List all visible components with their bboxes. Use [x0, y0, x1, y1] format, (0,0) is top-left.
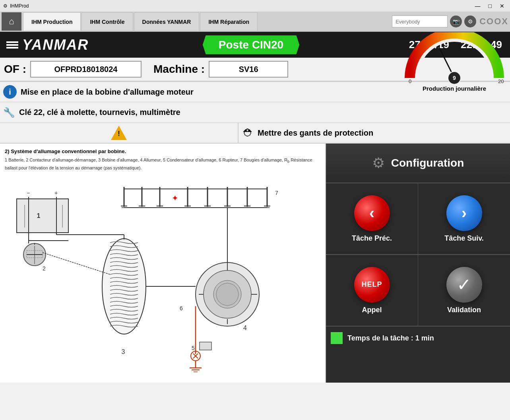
- svg-text:−: −: [27, 190, 30, 196]
- tab-ihm-reparation[interactable]: IHM Réparation: [200, 12, 258, 31]
- chevron-left-icon: ‹: [369, 204, 374, 222]
- svg-text:7: 7: [275, 190, 278, 196]
- camera-icon[interactable]: 📷: [450, 16, 462, 27]
- main-content: 2) Système d'allumage conventionnel par …: [0, 144, 510, 383]
- of-value: OFPRD18018024: [30, 61, 142, 78]
- task-time-row: Temps de la tâche : 1 min: [326, 327, 510, 350]
- search-input[interactable]: [392, 16, 448, 27]
- svg-text:0: 0: [409, 78, 411, 84]
- validation-label: Validation: [447, 306, 481, 314]
- action-row: HELP Appel ✓ Validation: [326, 255, 510, 327]
- help-circle: HELP: [354, 267, 390, 303]
- svg-text:+: +: [54, 190, 58, 196]
- gauge-section: 9 0 20 Production journalière: [403, 58, 506, 80]
- help-label: Appel: [362, 306, 382, 314]
- svg-line-79: [43, 253, 110, 274]
- time-indicator: [331, 332, 343, 344]
- prev-circle: ‹: [354, 195, 390, 231]
- svg-text:2: 2: [43, 265, 46, 272]
- help-button[interactable]: HELP Appel: [326, 255, 418, 326]
- tab-ihm-production[interactable]: IHM Production: [23, 12, 81, 31]
- configuration-button[interactable]: ⚙ Configuration: [326, 144, 510, 183]
- close-button[interactable]: ✕: [497, 2, 507, 10]
- coox-logo: COOX: [479, 16, 508, 27]
- machine-value: SV16: [209, 61, 288, 78]
- next-task-button[interactable]: › Tâche Suiv.: [418, 183, 510, 254]
- tool-row: 🔧 Clé 22, clé à molette, tournevis, mult…: [0, 102, 510, 123]
- settings-icon[interactable]: ⚙: [464, 16, 476, 27]
- next-circle: ›: [446, 195, 482, 231]
- app-icon: ⚙: [3, 3, 8, 9]
- maximize-button[interactable]: □: [486, 2, 494, 10]
- info-icon: i: [3, 85, 17, 99]
- config-label: Configuration: [391, 157, 464, 169]
- home-button[interactable]: ⌂: [2, 12, 21, 31]
- diagram-desc: 1 Batterie, 2 Contacteur d'allumage-déma…: [5, 157, 320, 171]
- svg-text:3: 3: [122, 348, 125, 355]
- svg-text:6: 6: [180, 305, 183, 311]
- of-label: OF :: [4, 63, 26, 76]
- time-label: Temps de la tâche : 1 min: [347, 334, 434, 342]
- tab-donnees-yanmar[interactable]: Données YANMAR: [134, 12, 200, 31]
- svg-text:5: 5: [192, 345, 195, 351]
- svg-text:20: 20: [498, 78, 504, 84]
- diagram-title: 2) Système d'allumage conventionnel par …: [5, 148, 320, 154]
- prod-journaliere-label: Production journalière: [423, 85, 486, 92]
- poste-badge: Poste CIN20: [203, 35, 299, 54]
- prev-label: Tâche Préc.: [352, 234, 392, 243]
- menubar: ⌂ IHM Production IHM Contrôle Données YA…: [0, 12, 510, 32]
- right-panel: ⚙ Configuration ‹ Tâche Préc. › Tâche Su…: [326, 144, 510, 383]
- svg-rect-61: [200, 342, 211, 350]
- gear-icon: ⚙: [372, 155, 385, 171]
- app-title: IHMProd: [10, 3, 29, 9]
- of-machine-row: OF : OFPRD18018024 Machine : SV16: [0, 58, 510, 82]
- svg-text:✦: ✦: [172, 194, 178, 202]
- nav-row: ‹ Tâche Préc. › Tâche Suiv.: [326, 183, 510, 255]
- prev-task-button[interactable]: ‹ Tâche Préc.: [326, 183, 418, 254]
- tab-ihm-controle[interactable]: IHM Contrôle: [81, 12, 133, 31]
- home-icon: ⌂: [9, 16, 14, 27]
- yanmar-logo: YANMAR: [0, 37, 127, 53]
- checkmark-icon: ✓: [457, 274, 471, 295]
- svg-text:9: 9: [453, 75, 456, 81]
- check-circle: ✓: [446, 267, 482, 303]
- next-label: Tâche Suiv.: [444, 234, 484, 243]
- warning-row: ! ⛑ Mettre des gants de protection: [0, 123, 510, 144]
- svg-text:4: 4: [243, 325, 247, 331]
- machine-label: Machine :: [153, 63, 205, 76]
- validation-button[interactable]: ✓ Validation: [418, 255, 510, 326]
- chevron-right-icon: ›: [462, 204, 467, 222]
- minimize-button[interactable]: —: [473, 2, 483, 10]
- diagram-area: 2) Système d'allumage conventionnel par …: [0, 144, 326, 383]
- svg-point-54: [216, 283, 239, 305]
- wrench-icon: 🔧: [3, 107, 15, 118]
- helmet-icon: ⛑: [243, 127, 254, 139]
- tool-text: Clé 22, clé à molette, tournevis, multim…: [19, 108, 507, 117]
- warning-text: Mettre des gants de protection: [258, 128, 373, 138]
- title-bar: ⚙ IHMProd — □ ✕: [0, 0, 510, 12]
- svg-text:1: 1: [37, 212, 41, 219]
- yanmar-brand: YANMAR: [22, 37, 89, 53]
